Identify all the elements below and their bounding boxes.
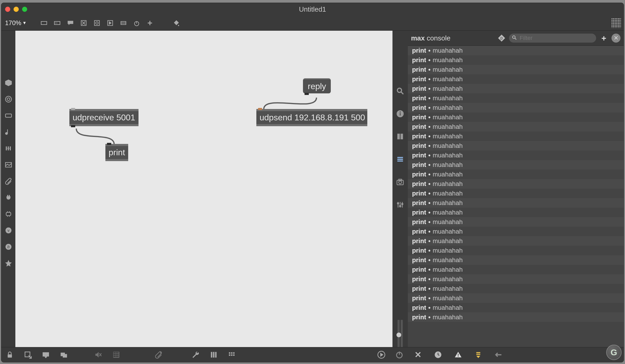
console-body[interactable]: print•muahahahprint•muahahahprint•muahah… [408,46,624,347]
parameters-icon[interactable] [395,200,405,210]
console-row-source: print [412,256,426,264]
console-row[interactable]: print•muahahah [408,160,624,170]
paperclip-icon[interactable] [4,177,13,186]
vizzie-icon[interactable]: v [4,226,13,235]
ui-icon[interactable] [4,111,13,120]
power-icon[interactable] [395,350,404,360]
console-row[interactable]: print•muahahah [408,65,624,74]
console-row[interactable]: print•muahahah [408,103,624,112]
object-udpsend[interactable]: udpsend 192.168.8.191 500 [256,109,367,126]
clock-icon[interactable] [433,350,443,360]
console-row[interactable]: print•muahahah [408,227,624,236]
inlet[interactable] [258,108,262,110]
outlet[interactable] [71,125,75,127]
jitter-icon[interactable] [4,144,13,153]
info-icon[interactable] [395,109,405,119]
console-row[interactable]: print•muahahah [408,74,624,84]
console-row[interactable]: print•muahahah [408,151,624,160]
target-icon[interactable] [4,95,13,104]
patcher-windows-icon[interactable] [59,350,69,360]
console-row[interactable]: print•muahahah [408,246,624,255]
add-icon[interactable] [145,18,155,28]
new-dial-button[interactable] [131,18,142,28]
new-message-button[interactable] [52,18,63,28]
console-row[interactable]: print•muahahah [408,131,624,141]
maximize-window-button[interactable] [22,7,27,12]
message-box-reply[interactable]: reply [303,78,331,93]
console-row[interactable]: print•muahahah [408,208,624,217]
new-comment-button[interactable] [65,18,76,28]
patcher-canvas[interactable]: reply udpreceive 5001 udpsend 192.168.8.… [15,31,392,362]
console-row[interactable]: print•muahahah [408,170,624,179]
new-flonum-button[interactable] [118,18,129,28]
add-icon[interactable]: + [599,34,608,43]
console-row[interactable]: print•muahahah [408,189,624,198]
console-row[interactable]: print•muahahah [408,255,624,265]
back-arrow-icon[interactable] [494,350,503,360]
objects-palette-icon[interactable] [4,78,13,87]
note-icon[interactable] [4,128,13,136]
object-text: print [109,148,125,157]
outlet[interactable] [305,93,309,95]
warning-icon[interactable] [453,350,463,360]
scroll-to-bottom-icon[interactable] [474,350,483,360]
console-row[interactable]: print•muahahah [408,217,624,227]
paint-bucket-icon[interactable] [171,18,182,28]
new-view-icon[interactable] [23,350,33,360]
image-icon[interactable] [4,160,13,169]
grammarly-badge[interactable]: G [606,345,622,360]
lock-icon[interactable] [5,350,15,360]
snap-to-grid-icon[interactable] [611,18,622,28]
attach-icon[interactable] [154,350,163,360]
console-row[interactable]: print•muahahah [408,198,624,208]
calendar-grid-icon[interactable] [227,350,236,360]
close-console-icon[interactable]: ✕ [413,350,423,360]
console-row[interactable]: print•muahahah [408,293,624,303]
new-object-button[interactable] [39,18,49,28]
favorites-icon[interactable] [4,259,13,268]
console-row[interactable]: print•muahahah [408,179,624,189]
new-number-button[interactable] [105,18,115,28]
console-row[interactable]: print•muahahah [408,274,624,284]
mixer-icon[interactable] [209,350,218,360]
console-row[interactable]: print•muahahah [408,284,624,293]
object-udpreceive[interactable]: udpreceive 5001 [69,109,139,126]
console-row[interactable]: print•muahahah [408,312,624,322]
console-row[interactable]: print•muahahah [408,112,624,122]
mute-icon[interactable] [93,350,103,360]
object-print[interactable]: print [105,144,128,161]
inlet[interactable] [107,143,111,145]
new-button-button[interactable] [92,18,102,28]
presentation-mode-icon[interactable] [41,350,51,360]
console-row[interactable]: print•muahahah [408,93,624,103]
grid-display-icon[interactable] [111,350,121,360]
zoom-dropdown[interactable]: 170% ▼ [3,19,28,27]
console-panel-icon[interactable] [395,154,405,164]
console-row[interactable]: print•muahahah [408,84,624,93]
bpatcher-icon[interactable]: b [4,242,13,251]
console-row[interactable]: print•muahahah [408,303,624,312]
console-row[interactable]: print•muahahah [408,236,624,246]
plugin-icon[interactable] [4,193,13,202]
console-header: max console p + ✕ [408,31,624,46]
clear-console-icon[interactable]: ✕ [611,34,620,43]
console-filter-input[interactable] [509,34,596,43]
new-toggle-button[interactable] [78,18,89,28]
console-row[interactable]: print•muahahah [408,46,624,55]
meter-slider-thumb[interactable] [396,333,401,337]
search-icon[interactable] [395,86,405,96]
console-row-message: muahahah [433,161,463,169]
snapshot-icon[interactable] [395,177,405,187]
wrench-icon[interactable] [191,350,200,360]
close-window-button[interactable] [5,7,10,12]
reference-panel-icon[interactable] [395,132,405,141]
record-icon[interactable] [377,350,386,360]
minimize-window-button[interactable] [14,7,19,12]
console-row[interactable]: print•muahahah [408,141,624,151]
locate-icon[interactable]: p [497,34,506,42]
inlet[interactable] [71,108,75,110]
beap-icon[interactable] [4,210,13,219]
console-row[interactable]: print•muahahah [408,55,624,65]
console-row[interactable]: print•muahahah [408,265,624,274]
console-row[interactable]: print•muahahah [408,122,624,131]
